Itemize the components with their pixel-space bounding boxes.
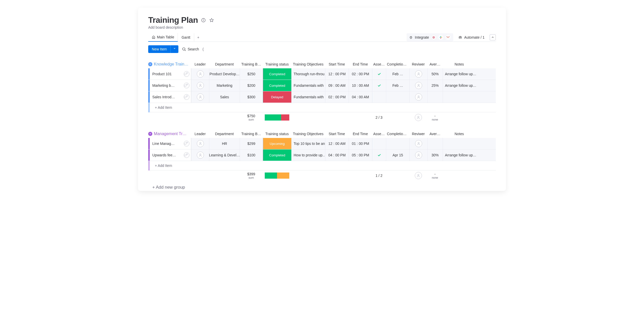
status-cell[interactable]: Delayed (263, 91, 291, 103)
status-cell[interactable]: Upcoming (263, 138, 291, 149)
average-cell[interactable]: 25% (427, 80, 443, 91)
notes-cell[interactable]: Arrange follow up… (443, 80, 476, 91)
budget-cell[interactable]: $300 (240, 91, 263, 103)
assessment-cell[interactable] (372, 68, 386, 80)
table-row[interactable]: Upwards fee… Learning & Devel… $100 Comp… (148, 149, 496, 161)
department-cell[interactable]: Learning & Devel… (209, 149, 240, 161)
group-title[interactable]: Management Tr… (154, 132, 187, 136)
person-filter-hint[interactable]: ( (202, 47, 204, 51)
assessment-cell[interactable] (372, 80, 386, 91)
start-time-cell[interactable]: 02 : 00 PM (325, 91, 349, 103)
status-cell[interactable]: Completed (263, 149, 291, 161)
completion-cell[interactable]: Feb … (386, 68, 409, 80)
tab-main-table[interactable]: Main Table (148, 33, 178, 42)
start-time-cell[interactable]: 09 : 00 AM (325, 80, 349, 91)
notes-cell[interactable] (443, 138, 476, 149)
end-time-cell[interactable]: 10 : 00 AM (349, 80, 372, 91)
group-collapse-button[interactable] (148, 132, 152, 136)
col-end-time[interactable]: End Time (349, 130, 372, 138)
item-name-cell[interactable]: Product 101 (150, 68, 191, 80)
col-department[interactable]: Department (209, 130, 240, 138)
board-title[interactable]: Training Plan (148, 15, 198, 25)
leader-cell[interactable] (191, 68, 209, 80)
col-objectives[interactable]: Training Objectives (291, 60, 325, 68)
completion-cell[interactable]: Feb … (386, 80, 409, 91)
item-name-cell[interactable]: Line Manag… (150, 138, 191, 149)
leader-cell[interactable] (191, 91, 209, 103)
new-item-label[interactable]: New Item (148, 45, 170, 53)
end-time-cell[interactable]: 04 : 00 AM (349, 91, 372, 103)
col-assessment[interactable]: Asse… (372, 60, 386, 68)
status-cell[interactable]: Completed (263, 80, 291, 91)
leader-cell[interactable] (191, 138, 209, 149)
item-name-cell[interactable]: Upwards fee… (150, 149, 191, 161)
reviewer-cell[interactable] (409, 138, 427, 149)
notes-cell[interactable]: Arrange follow up… (443, 149, 476, 161)
col-end-time[interactable]: End Time (349, 60, 372, 68)
collapse-header-button[interactable] (490, 34, 496, 40)
end-time-cell[interactable]: 01 : 00 PM (349, 138, 372, 149)
department-cell[interactable]: Sales (209, 91, 240, 103)
table-row[interactable]: Line Manag… HR $299 Upcoming Top 10 tips… (148, 138, 496, 149)
col-budget[interactable]: Training B… (240, 60, 263, 68)
department-cell[interactable]: Product Develop… (209, 68, 240, 80)
add-item-button[interactable]: + Add Item (150, 161, 496, 170)
col-start-time[interactable]: Start Time (325, 60, 349, 68)
end-time-cell[interactable]: 05 : 00 PM (349, 149, 372, 161)
col-completion[interactable]: Completion… (386, 60, 409, 68)
notes-cell[interactable]: Arrange follow up… (443, 68, 476, 80)
col-reviewer[interactable]: Reviwer (409, 60, 427, 68)
table-row[interactable]: Sales Introd… Sales $300 Delayed Fundame… (148, 91, 496, 103)
tab-gantt[interactable]: Gantt (178, 33, 194, 41)
col-budget[interactable]: Training B… (240, 130, 263, 138)
col-leader[interactable]: Leader (191, 60, 209, 68)
table-row[interactable]: Product 101 Product Develop… $250 Comple… (148, 68, 496, 80)
add-item-button[interactable]: + Add Item (150, 103, 496, 112)
group-title[interactable]: Knowledge Train… (154, 62, 188, 67)
average-cell[interactable]: 50% (427, 68, 443, 80)
objectives-cell[interactable]: Fundamentals with … (291, 91, 325, 103)
search-button[interactable]: Search (182, 47, 199, 51)
new-item-caret[interactable] (170, 45, 178, 53)
item-name-cell[interactable]: Sales Introd… (150, 91, 191, 103)
add-group-button[interactable]: + Add new group (148, 181, 496, 191)
group-collapse-button[interactable] (148, 62, 152, 66)
completion-cell[interactable]: Apr 15 (386, 149, 409, 161)
col-assessment[interactable]: Asse… (372, 130, 386, 138)
notes-cell[interactable] (443, 91, 476, 103)
col-status[interactable]: Training status (263, 60, 291, 68)
department-cell[interactable]: Marketing (209, 80, 240, 91)
average-cell[interactable] (427, 138, 443, 149)
col-average[interactable]: Aver… (427, 60, 443, 68)
table-row[interactable]: Marketing b… Marketing $200 Completed Fu… (148, 80, 496, 91)
conversation-icon[interactable] (184, 141, 189, 146)
average-cell[interactable]: 30% (427, 149, 443, 161)
conversation-icon[interactable] (184, 71, 189, 77)
star-icon[interactable] (209, 18, 214, 23)
conversation-icon[interactable] (184, 94, 189, 100)
leader-cell[interactable] (191, 80, 209, 91)
start-time-cell[interactable]: 12 : 00 AM (325, 138, 349, 149)
col-leader[interactable]: Leader (191, 130, 209, 138)
completion-cell[interactable] (386, 91, 409, 103)
assessment-cell[interactable] (372, 138, 386, 149)
objectives-cell[interactable]: Top 10 tips to be an… (291, 138, 325, 149)
reviewer-cell[interactable] (409, 80, 427, 91)
new-item-button[interactable]: New Item (148, 45, 178, 53)
item-name-cell[interactable]: Marketing b… (150, 80, 191, 91)
end-time-cell[interactable]: 02 : 00 PM (349, 68, 372, 80)
col-objectives[interactable]: Training Objectives (291, 130, 325, 138)
reviewer-cell[interactable] (409, 68, 427, 80)
objectives-cell[interactable]: Fundamentals with … (291, 80, 325, 91)
col-status[interactable]: Training status (263, 130, 291, 138)
col-reviewer[interactable]: Reviwer (409, 130, 427, 138)
budget-cell[interactable]: $100 (240, 149, 263, 161)
col-start-time[interactable]: Start Time (325, 130, 349, 138)
completion-cell[interactable] (386, 138, 409, 149)
col-average[interactable]: Aver… (427, 130, 443, 138)
col-department[interactable]: Department (209, 60, 240, 68)
col-notes[interactable]: Notes (443, 60, 476, 68)
add-view-button[interactable]: + (194, 33, 202, 41)
budget-cell[interactable]: $250 (240, 68, 263, 80)
info-icon[interactable] (201, 18, 206, 23)
